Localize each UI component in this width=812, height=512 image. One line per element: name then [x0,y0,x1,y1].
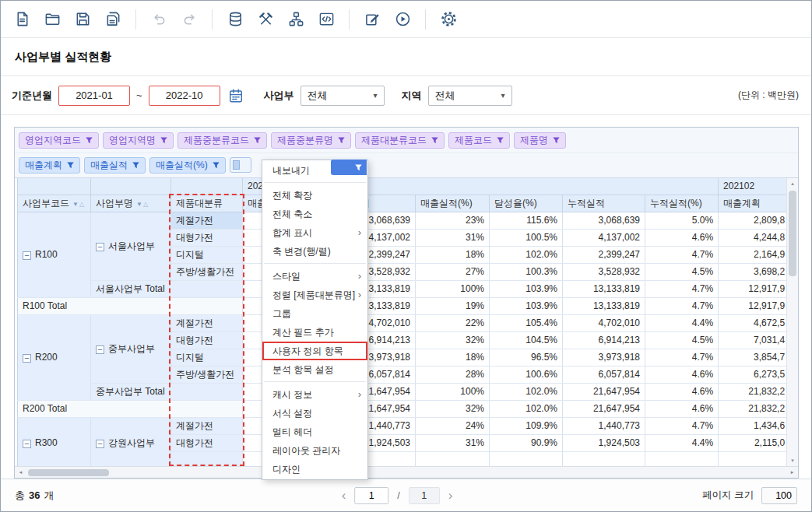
value-cell[interactable]: 1,434,6 [719,417,786,434]
open-folder-icon[interactable] [42,9,62,30]
menu-item[interactable]: 전체 축소 [262,205,367,223]
menu-item[interactable]: 계산 필드 추가 [262,323,367,342]
scroll-down-icon[interactable]: ▾ [787,455,798,466]
menu-item[interactable]: 스타일› [262,267,367,286]
filter-funnel-icon[interactable] [338,137,345,144]
redo-icon[interactable] [179,9,199,30]
column-header-sales-actual-pct[interactable]: 매출실적(%) [416,195,490,212]
region-select[interactable]: 전체▾ [428,86,512,106]
menu-item[interactable]: 축 변경(행/렬) [262,242,367,261]
collapse-icon[interactable]: − [96,243,104,251]
database-icon[interactable] [225,9,245,30]
group-cell-division-name[interactable]: −서울사업부 [91,212,171,280]
category-cell[interactable]: 주방/생활가전 [171,366,243,383]
category-cell[interactable]: 대형가전 [171,434,243,451]
group-cell-division-code[interactable]: −R100 [18,212,91,297]
scroll-up-icon[interactable]: ▴ [787,178,798,189]
menu-item[interactable]: 멀티 헤더 [262,423,367,441]
column-group-header[interactable]: 202102 [719,178,786,195]
value-cell[interactable]: 4.7% [645,297,719,314]
value-cell[interactable]: 4.5% [645,331,719,349]
collapse-icon[interactable]: − [96,440,104,448]
filter-funnel-icon[interactable] [86,137,93,144]
value-cell[interactable]: 109.9% [490,417,563,434]
value-cell[interactable]: 103.9% [490,297,563,314]
page-size-input[interactable] [761,487,797,504]
value-cell[interactable]: 7,031,4 [719,331,786,349]
value-cell[interactable]: 22% [416,314,490,331]
value-cell[interactable] [416,451,490,466]
value-cell[interactable]: 102.0% [490,246,563,263]
value-cell[interactable]: 102.0% [490,400,563,417]
menu-item[interactable]: 디자인 [262,460,367,479]
collapse-icon[interactable]: − [96,345,104,354]
value-cell[interactable]: 90.9% [490,434,563,451]
save-icon[interactable] [72,9,93,30]
subtotal-label-cell[interactable]: 중부사업부 Total [91,383,243,400]
filter-funnel-icon[interactable] [431,137,438,144]
dimension-chip[interactable]: 제품중분류코드 [178,132,267,149]
measure-chip[interactable]: 매출계획 [19,157,80,174]
collapse-icon[interactable]: − [23,440,31,448]
horizontal-scroll-thumb[interactable] [28,469,109,476]
value-cell[interactable]: 4.7% [645,280,719,297]
value-cell[interactable]: 31% [416,229,490,246]
value-cell[interactable] [563,451,645,466]
category-cell[interactable] [171,451,243,466]
dimension-chip[interactable]: 제품명 [514,132,566,149]
value-cell[interactable]: 21,832,2 [719,400,786,417]
value-cell[interactable]: 4.4% [645,434,719,451]
value-cell[interactable]: 5.0% [645,212,719,229]
value-cell[interactable]: 4.7% [645,349,719,366]
value-cell[interactable]: 3,698,2 [719,263,786,280]
sort-icons[interactable]: ▼△ [72,201,85,208]
selected-chip-fragment[interactable] [331,160,367,175]
value-cell[interactable]: 28% [416,366,490,383]
collapse-icon[interactable]: − [23,251,31,260]
run-icon[interactable] [392,9,413,30]
menu-item[interactable]: 분석 항목 설정 [262,360,367,379]
column-header-cumulative[interactable]: 누적실적 [563,195,645,212]
value-cell[interactable]: 18% [416,246,490,263]
value-cell[interactable]: 21,647,954 [563,383,645,400]
dimension-chip[interactable]: 영업지역코드 [19,132,99,149]
value-cell[interactable]: 6,273,5 [719,366,786,383]
value-cell[interactable]: 12,917,9 [719,280,786,297]
value-cell[interactable]: 2,164,9 [719,246,786,263]
column-header-achievement-pct[interactable]: 달성율(%) [490,195,563,212]
column-header-division-code[interactable]: 사업부코드▼△ [18,195,91,212]
value-cell[interactable]: 1,924,503 [563,434,645,451]
filter-funnel-icon[interactable] [213,162,220,169]
value-cell[interactable]: 102.0% [490,383,563,400]
value-cell[interactable]: 100.3% [490,263,563,280]
group-cell-division-code[interactable]: −R300 [18,417,91,466]
dimension-chip[interactable]: 제품대분류코드 [355,132,445,149]
value-cell[interactable]: 100.6% [490,366,563,383]
code-editor-icon[interactable] [316,9,336,30]
hierarchy-icon[interactable] [286,9,306,30]
value-cell[interactable]: 3,973,918 [563,349,645,366]
measure-chip[interactable]: 매출실적(%) [149,157,226,174]
category-cell[interactable]: 대형가전 [171,331,243,349]
value-cell[interactable]: 6,914,213 [563,331,645,349]
edit-icon[interactable] [362,9,382,30]
category-cell[interactable]: 대형가전 [171,229,243,246]
value-cell[interactable]: 1,440,773 [563,417,645,434]
value-cell[interactable]: 96.5% [490,349,563,366]
chip-placeholder[interactable] [230,157,251,173]
value-cell[interactable]: 4.4% [645,314,719,331]
filter-funnel-icon[interactable] [67,162,74,169]
menu-item[interactable]: 정렬 [제품대분류명]› [262,286,367,304]
dimension-chip[interactable]: 제품코드 [448,132,510,149]
value-cell[interactable]: 13,133,819 [563,280,645,297]
value-cell[interactable]: 4,137,002 [563,229,645,246]
menu-item[interactable]: 서식 설정 [262,404,367,423]
column-header-sales-plan[interactable]: 매출계획 [719,195,786,212]
value-cell[interactable]: 115.6% [490,212,563,229]
column-header-category[interactable]: 제품대분류 [171,195,243,212]
category-cell[interactable]: 디지털 [171,349,243,366]
value-cell[interactable]: 4,244,8 [719,229,786,246]
column-header-cumulative-pct[interactable]: 누적실적(%) [645,195,719,212]
value-cell[interactable]: 105.4% [490,314,563,331]
filter-funnel-icon[interactable] [254,137,261,144]
